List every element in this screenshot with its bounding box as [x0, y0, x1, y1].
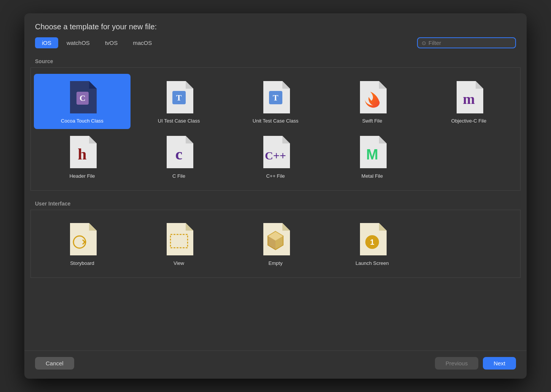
objective-c-file-icon: m [454, 80, 484, 114]
svg-marker-24 [282, 136, 290, 143]
filter-box: ⊙ [417, 37, 516, 48]
c-file-icon: c [164, 135, 194, 169]
svg-text:T: T [272, 93, 278, 102]
tab-ios[interactable]: iOS [35, 37, 58, 48]
header-file-label: Header File [69, 173, 95, 180]
cocoa-touch-class-item[interactable]: C Cocoa Touch Class [34, 74, 131, 129]
footer-right: Previous Next [435, 357, 516, 370]
empty-item[interactable]: Empty [227, 216, 324, 271]
metal-file-item[interactable]: M Metal File [324, 129, 420, 184]
svg-marker-18 [89, 136, 97, 143]
header-file-item[interactable]: h Header File [34, 129, 131, 184]
launch-screen-icon: 1 [357, 222, 387, 257]
storyboard-item[interactable]: Storyboard [34, 216, 131, 271]
svg-marker-27 [379, 136, 387, 143]
c-file-item[interactable]: c C File [131, 129, 227, 184]
svg-marker-1 [89, 81, 97, 89]
cocoa-touch-class-icon: C [67, 80, 97, 114]
template-dialog: Choose a template for your new file: iOS… [24, 13, 527, 379]
tab-bar: iOS watchOS tvOS macOS ⊙ [24, 37, 527, 54]
filter-input[interactable] [428, 40, 511, 46]
header-file-icon: h [67, 135, 97, 169]
svg-text:C++: C++ [265, 149, 286, 162]
ui-test-case-icon: T [164, 80, 194, 114]
storyboard-label: Storyboard [70, 260, 94, 267]
empty-label: Empty [269, 260, 283, 267]
tab-macos[interactable]: macOS [126, 37, 159, 48]
svg-text:h: h [78, 145, 86, 163]
swift-file-item[interactable]: Swift File [324, 74, 420, 129]
empty-icon [260, 222, 291, 257]
svg-marker-21 [186, 136, 193, 143]
objective-c-file-item[interactable]: m Objective-C File [420, 74, 517, 129]
svg-text:C: C [80, 93, 86, 103]
cpp-file-label: C++ File [266, 173, 285, 180]
svg-text:c: c [175, 145, 182, 163]
source-grid: C Cocoa Touch Class T [30, 68, 521, 191]
tab-watchos[interactable]: watchOS [60, 37, 97, 48]
svg-text:M: M [366, 147, 378, 163]
metal-file-label: Metal File [361, 173, 383, 180]
svg-text:T: T [176, 93, 182, 102]
storyboard-icon [67, 222, 97, 257]
metal-file-icon: M [357, 135, 387, 169]
filter-icon: ⊙ [422, 40, 426, 46]
cpp-file-icon: C++ [260, 135, 291, 169]
dialog-footer: Cancel Previous Next [24, 351, 527, 379]
ui-grid: Storyboard View [30, 210, 521, 278]
objective-c-file-label: Objective-C File [451, 118, 486, 124]
svg-marker-37 [282, 223, 290, 231]
content-area: Source C Cocoa Touch Class [24, 54, 527, 351]
cancel-button[interactable]: Cancel [35, 357, 74, 370]
cpp-file-item[interactable]: C++ C++ File [227, 129, 324, 184]
svg-marker-30 [89, 223, 97, 231]
launch-screen-item[interactable]: 1 Launch Screen [324, 216, 420, 271]
swift-file-icon [357, 80, 387, 114]
swift-file-label: Swift File [362, 118, 382, 124]
cocoa-touch-class-label: Cocoa Touch Class [61, 118, 104, 124]
user-interface-section-header: User Interface [30, 197, 521, 210]
svg-text:m: m [463, 91, 475, 107]
user-interface-section: User Interface Storyboard [30, 197, 521, 278]
source-section-header: Source [30, 54, 521, 68]
previous-button[interactable]: Previous [435, 357, 478, 370]
next-button[interactable]: Next [483, 357, 516, 370]
svg-marker-43 [379, 223, 387, 231]
view-icon [164, 222, 194, 257]
unit-test-case-class-label: Unit Test Case Class [253, 118, 298, 124]
svg-point-32 [84, 241, 86, 243]
svg-marker-15 [476, 81, 483, 89]
unit-test-case-class-item[interactable]: T Unit Test Case Class [227, 74, 324, 129]
view-label: View [174, 260, 184, 267]
c-file-label: C File [172, 173, 185, 180]
svg-marker-9 [282, 81, 290, 89]
view-item[interactable]: View [131, 216, 227, 271]
ui-test-case-class-label: UI Test Case Class [158, 118, 200, 124]
svg-text:1: 1 [370, 238, 374, 246]
svg-marker-13 [379, 81, 387, 89]
launch-screen-label: Launch Screen [355, 260, 389, 267]
source-section: Source C Cocoa Touch Class [30, 54, 521, 191]
svg-marker-34 [186, 223, 193, 231]
ui-test-case-class-item[interactable]: T UI Test Case Class [131, 74, 227, 129]
svg-marker-5 [186, 81, 193, 89]
unit-test-case-icon: T [260, 80, 291, 114]
tab-tvos[interactable]: tvOS [98, 37, 124, 48]
dialog-title: Choose a template for your new file: [24, 13, 527, 37]
